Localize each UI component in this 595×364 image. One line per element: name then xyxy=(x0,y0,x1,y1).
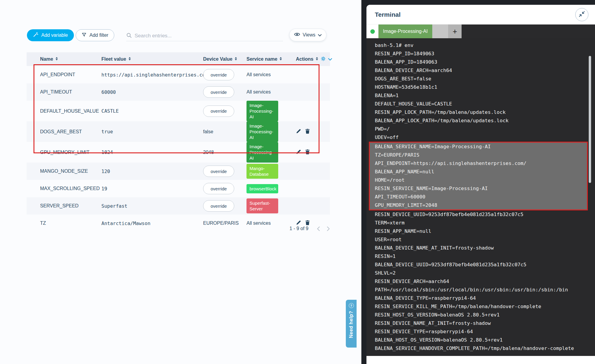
override-button[interactable]: override xyxy=(203,166,234,177)
add-variable-button[interactable]: Add variable xyxy=(27,29,74,41)
terminal-lines: bash-5.1# envRESIN_APP_ID=1849063BALENA_… xyxy=(375,41,595,353)
terminal-line: RESIN_HOST_OS_VERSION=balenaOS 2.80.5+re… xyxy=(375,311,595,319)
terminal-line: RESIN_DEVICE_UUID=9253df87befb4e081d235a… xyxy=(375,210,595,219)
override-button[interactable]: override xyxy=(203,86,234,98)
sort-icon[interactable] xyxy=(235,56,237,62)
trash-icon xyxy=(305,151,310,155)
pagination: 1 - 9 of 9 xyxy=(27,226,330,231)
fleet-value: Superfast xyxy=(101,197,203,215)
terminal-header: Terminal xyxy=(366,5,595,25)
views-label: Views xyxy=(303,32,315,38)
override-button[interactable]: override xyxy=(203,183,234,194)
sort-icon[interactable] xyxy=(128,56,131,62)
table-row: DOGS_ARE_BESTtruefalseImage-Processing-A… xyxy=(27,121,330,142)
columns-settings-gear-icon[interactable] xyxy=(320,56,326,63)
search-icon xyxy=(126,33,132,39)
sort-icon[interactable] xyxy=(55,56,58,62)
variable-name: GPU_MEMORY_LIMIT xyxy=(27,142,101,163)
need-help-tab[interactable]: ? Need help? xyxy=(346,300,357,348)
search-input[interactable] xyxy=(135,33,283,39)
next-page-button[interactable] xyxy=(327,226,330,231)
edit-button[interactable] xyxy=(296,220,301,226)
terminal-line: UDEV=off xyxy=(375,133,595,142)
terminal-tab-image-processing-ai[interactable]: Image-Processing-AI xyxy=(378,25,432,38)
fleet-value: true xyxy=(101,121,203,142)
service-badge: Superfast-Server xyxy=(246,198,278,213)
override-button[interactable]: override xyxy=(203,105,234,117)
add-filter-label: Add filter xyxy=(89,33,108,38)
column-header-device-value[interactable]: Device Value xyxy=(203,52,246,66)
funnel-icon xyxy=(82,32,86,38)
search-box xyxy=(126,30,283,41)
delete-button[interactable] xyxy=(305,149,310,155)
terminal-line: BALENA_DEVICE_UUID=9253df87befb4e081d235… xyxy=(375,261,595,269)
override-button[interactable]: override xyxy=(203,200,234,212)
variable-name: SERVER_SPEED xyxy=(27,197,101,215)
sort-icon[interactable] xyxy=(316,56,318,62)
variables-table: Name Fleet value Device Value Service na… xyxy=(27,52,330,232)
previous-page-button[interactable] xyxy=(317,226,320,231)
variable-name: MANGO_NODE_SIZE xyxy=(27,163,101,180)
delete-button[interactable] xyxy=(305,220,310,226)
terminal-line: RESIN_SERVICE_NAME=Image-Processing-AI xyxy=(375,184,587,193)
terminal-line: RESIN_APP_LOCK_PATH=/tmp/balena/updates.… xyxy=(375,108,595,117)
trash-icon xyxy=(305,222,310,226)
session-status xyxy=(366,25,378,38)
terminal-output[interactable]: bash-5.1# envRESIN_APP_ID=1849063BALENA_… xyxy=(366,38,595,356)
eye-icon xyxy=(294,32,300,38)
variable-name: DOGS_ARE_BEST xyxy=(27,121,101,142)
terminal-line: HOME=/root xyxy=(375,176,587,184)
need-help-label: Need help? xyxy=(349,311,354,338)
variable-name: DEFAULT_HOUSE_VALUE xyxy=(27,101,101,121)
column-header-fleet-value[interactable]: Fleet value xyxy=(101,52,203,66)
variable-name: API_TIMEOUT xyxy=(27,83,101,101)
terminal-line: BALENA=1 xyxy=(375,91,595,100)
edit-button[interactable] xyxy=(296,149,301,155)
table-row: SERVER_SPEEDSuperfastoverrideSuperfast-S… xyxy=(27,197,330,215)
device-value: EUROPE/PARIS xyxy=(203,221,239,226)
add-filter-button[interactable]: Add filter xyxy=(76,29,114,41)
device-value: false xyxy=(203,129,213,134)
pencil-icon xyxy=(296,130,301,135)
service-name: All services xyxy=(246,72,271,77)
collapse-arrows-icon xyxy=(579,11,585,18)
pencil-icon xyxy=(296,222,301,226)
terminal-line: HOSTNAME=53d56e18b1c1 xyxy=(375,83,595,91)
variables-page: Add variable Add filter Views Name Fleet… xyxy=(0,0,361,364)
terminal-line: RESIN_APP_ID=1849063 xyxy=(375,50,595,58)
service-badge: browserBlock xyxy=(246,184,278,193)
terminal-line: BALENA_HOST_OS_VERSION=balenaOS 2.80.5+r… xyxy=(375,336,595,344)
terminal-line: BALENA_SERVICE_HANDOVER_COMPLETE_PATH=/t… xyxy=(375,344,595,353)
table-options-chevron-icon[interactable] xyxy=(328,56,332,62)
terminal-line: BALENA_SERVICE_NAME=Image-Processing-AI xyxy=(375,143,587,151)
terminal-line: DOGS_ARE_BEST=false xyxy=(375,75,595,83)
variable-name: MAX_SCROLLING_SPEED xyxy=(27,180,101,197)
views-button[interactable]: Views xyxy=(289,29,326,41)
column-header-name[interactable]: Name xyxy=(27,52,101,66)
sort-icon[interactable] xyxy=(279,56,282,62)
tab-bar-space xyxy=(462,25,595,38)
terminal-line: TZ=EUROPE/PARIS xyxy=(375,151,587,159)
terminal-panel-footer xyxy=(366,356,595,364)
terminal-tab-bar: Image-Processing-AI + xyxy=(366,25,595,38)
service-badge: Image-Processing-AI xyxy=(246,142,278,163)
service-badge: Image-Processing-AI xyxy=(246,121,278,142)
table-row: GPU_MEMORY_LIMIT10242048Image-Processing… xyxy=(27,142,330,163)
terminal-line: BALENA_APP_NAME=null xyxy=(375,168,587,176)
terminal-scrollbar[interactable] xyxy=(589,56,591,183)
column-header-actions[interactable]: Actions xyxy=(296,52,330,66)
add-terminal-tab-button[interactable]: + xyxy=(448,25,462,38)
delete-button[interactable] xyxy=(305,129,310,135)
terminal-line: RESIN_APP_NAME=null xyxy=(375,227,595,235)
edit-button[interactable] xyxy=(296,129,301,135)
terminal-overlay-region: Terminal Image-Processing-AI + bash-5.1#… xyxy=(361,0,595,364)
annotation-rect-terminal-highlight: BALENA_SERVICE_NAME=Image-Processing-AIT… xyxy=(369,142,588,210)
chevron-down-icon xyxy=(318,32,322,38)
collapse-terminal-button[interactable] xyxy=(575,8,588,21)
variable-name: API_ENDPOINT xyxy=(27,66,101,83)
terminal-line: RESIN_SERVICE_KILL_ME_PATH=/tmp/balena/h… xyxy=(375,302,595,311)
terminal-title: Terminal xyxy=(375,11,401,18)
override-button[interactable]: override xyxy=(203,69,234,80)
column-header-service-name[interactable]: Service name xyxy=(246,52,296,66)
question-mark-icon: ? xyxy=(349,303,354,308)
